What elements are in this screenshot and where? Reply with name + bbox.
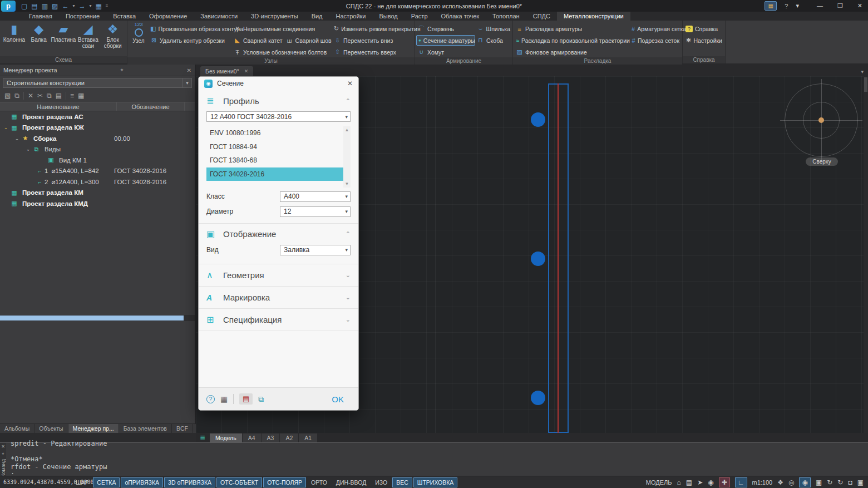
standard-list-item[interactable]: ГОСТ 13840-68 <box>206 154 347 167</box>
tree-item[interactable]: ▣ Вид КМ 1 <box>0 155 195 166</box>
zoom-window-icon[interactable]: ▣ <box>816 479 822 486</box>
dialog-close-icon[interactable]: ✕ <box>347 80 353 87</box>
notebook-icon[interactable]: ▤ <box>239 393 253 405</box>
arbitrary-crop-button[interactable]: ◧Произвольная обрезка контура <box>149 23 232 34</box>
status-toggle-button[interactable]: ИЗО <box>371 477 391 487</box>
new-file-icon[interactable]: ▢ <box>21 1 27 12</box>
delete-crop-button[interactable]: ⊠Удалить контур обрезки <box>149 35 232 46</box>
status-toggle-button[interactable]: ДИН-ВВОД <box>332 477 370 487</box>
tree-item[interactable]: ▦ Проект раздела КМ <box>0 188 195 199</box>
path-layout-button[interactable]: ≈Раскладка по произвольной траектории <box>514 35 630 46</box>
redo-icon[interactable]: → <box>78 1 85 12</box>
save-all-icon[interactable]: ▨ <box>52 1 58 12</box>
ribbon-interface-icon[interactable]: ▦ <box>765 1 777 11</box>
status-toggle-button[interactable]: ВЕС <box>392 477 412 487</box>
ribbon-tab[interactable]: Построение <box>59 12 106 21</box>
project-filter-combobox[interactable]: Строительные конструкции ▾ <box>3 78 192 88</box>
redo-dropdown-icon[interactable]: ▾ <box>89 3 91 8</box>
ribbon-big-button[interactable]: ❖ Блок сборки <box>101 22 125 49</box>
ribbon-tab[interactable]: Металлоконструкции <box>557 12 630 21</box>
status-toggle-button[interactable]: ШАГ <box>72 477 92 487</box>
ribbon-tab[interactable]: Топоплан <box>486 12 526 21</box>
ribbon-tab[interactable]: СПДС <box>526 12 557 21</box>
orbit-icon[interactable]: ↻ <box>827 479 832 486</box>
expand-chevron-icon[interactable]: ⌄ <box>346 272 351 279</box>
maximize-button[interactable]: ❐ <box>837 2 843 9</box>
profile-section-header[interactable]: ≣ Профиль ⌃ <box>199 91 358 110</box>
status-toggle-button[interactable]: 3D оПРИВЯЗКА <box>164 477 215 487</box>
ucs-toggle-icon[interactable]: ∟ <box>738 479 744 486</box>
column-header-name[interactable]: Наименование <box>0 102 117 111</box>
background-reinforcement-button[interactable]: ▨Фоновое армирование <box>514 47 630 57</box>
sync-icon[interactable]: ↻ <box>837 479 843 486</box>
standard-list-item[interactable]: ГОСТ 10884-94 <box>206 140 347 154</box>
notes-icon[interactable]: ▤ <box>686 479 692 486</box>
help-dropdown-icon[interactable]: ▾ <box>796 2 799 9</box>
shpilka-button[interactable]: ⌣Шпилька <box>475 23 512 34</box>
dialog-title-bar[interactable]: ◉ Сечение ✕ <box>199 77 358 90</box>
zoom-realtime-icon[interactable]: ◉ <box>802 479 807 486</box>
ribbon-tab[interactable]: Вывод <box>372 12 404 21</box>
ribbon-big-button[interactable]: ▮ Колонна <box>2 22 26 43</box>
panel-tab[interactable]: BCF <box>172 424 193 433</box>
help-menu-button[interactable]: ? <box>785 3 788 9</box>
tree-item[interactable]: ⌄ ⧉ Виды <box>0 144 195 155</box>
status-toggle-button[interactable]: оПРИВЯЗКА <box>121 477 163 487</box>
status-toggle-button[interactable]: ОТС-ПОЛЯР <box>263 477 306 487</box>
change-overlap-button[interactable]: ↻Изменить режим перекрытия <box>332 23 413 34</box>
properties-icon[interactable]: ▦ <box>220 395 228 403</box>
selection-cursor-icon[interactable]: ➤ <box>697 479 703 486</box>
edit-icon[interactable]: ≡ <box>70 92 74 100</box>
class-combobox[interactable]: А400 ▾ <box>280 191 351 202</box>
command-close-icon[interactable]: ✕ <box>1 444 5 449</box>
column-header-designation[interactable]: Обозначение <box>117 102 185 111</box>
save-icon[interactable]: ▥ <box>42 1 48 12</box>
delete-icon[interactable]: ✕ <box>28 92 33 100</box>
view-compass[interactable] <box>785 83 858 157</box>
copy-icon[interactable]: ⧉ <box>258 395 264 404</box>
weld-leg-button[interactable]: ◣Сварной катет <box>232 35 284 46</box>
command-pin-icon[interactable]: ⌖ <box>2 451 4 457</box>
ribbon-tab[interactable]: Вставка <box>106 12 142 21</box>
copy-icon[interactable]: ⧉ <box>47 92 52 100</box>
print-icon[interactable]: ▦ <box>95 1 101 12</box>
pan-icon[interactable]: ❖ <box>777 479 783 486</box>
panel-tab[interactable]: Менеджер пр... <box>68 424 119 433</box>
paste-icon[interactable]: ▤ <box>56 92 62 100</box>
combo-arrow-icon[interactable]: ▾ <box>345 209 348 214</box>
lightbulb-icon[interactable]: ◉ <box>708 479 713 486</box>
rebar-layout-button[interactable]: ≡Раскладка арматуры <box>514 23 630 34</box>
rod-button[interactable]: ⌒Стержень <box>416 23 475 34</box>
settings-button[interactable]: ✱Настройки <box>684 35 724 46</box>
ribbon-big-button[interactable]: ◢ Вставка сваи <box>76 22 100 49</box>
bolt-symbols-button[interactable]: ŦУсловные обозначения болтов <box>232 47 332 57</box>
tree-item[interactable]: ▦ Проект раздела АС <box>0 111 195 122</box>
tree-expand-icon[interactable]: ⌄ <box>24 146 32 152</box>
new-object-icon[interactable]: ▧ <box>4 92 11 100</box>
combo-arrow-icon[interactable]: ▾ <box>183 78 191 87</box>
document-tab[interactable]: Без имени0* ✕ <box>200 66 253 76</box>
geometry-section-header[interactable]: ∧ Геометрия ⌄ <box>199 264 358 286</box>
status-toggle-button[interactable]: СЕТКА <box>93 477 120 487</box>
homut-button[interactable]: ∪Хомут <box>416 47 475 57</box>
mesh-trim-button[interactable]: #Подрезка сеток <box>630 35 681 46</box>
undo-dropdown-icon[interactable]: ▾ <box>72 3 75 8</box>
canvas-vertical-scrollbar[interactable] <box>864 76 868 433</box>
scrollbar-thumb[interactable] <box>0 316 184 321</box>
ribbon-tab[interactable]: 3D-инструменты <box>244 12 305 21</box>
weld-seam-button[interactable]: шСварной шов <box>284 35 333 46</box>
panel-horizontal-scrollbar[interactable] <box>0 315 195 321</box>
crosshair-toggle-icon[interactable]: ✚ <box>722 479 727 486</box>
help-icon[interactable]: ? <box>206 395 215 403</box>
uzel-button[interactable]: 123 Узел <box>129 22 149 44</box>
ribbon-tab[interactable]: Облака точек <box>435 12 486 21</box>
cut-icon[interactable]: ✂ <box>37 92 43 100</box>
document-tab-close-icon[interactable]: ✕ <box>244 66 249 76</box>
rebar-section-button[interactable]: ●Сечение арматуры <box>416 35 475 46</box>
view-combobox[interactable]: Заливка ▾ <box>280 245 351 255</box>
lock-icon[interactable]: ◘ <box>848 479 852 486</box>
tree-item[interactable]: ⌄ ▦ Проект раздела КЖ <box>0 122 195 134</box>
move-up-button[interactable]: ⇧Переместить вверх <box>332 47 413 57</box>
panel-tab[interactable]: База элементов <box>119 424 171 433</box>
diameter-combobox[interactable]: 12 ▾ <box>280 206 351 217</box>
